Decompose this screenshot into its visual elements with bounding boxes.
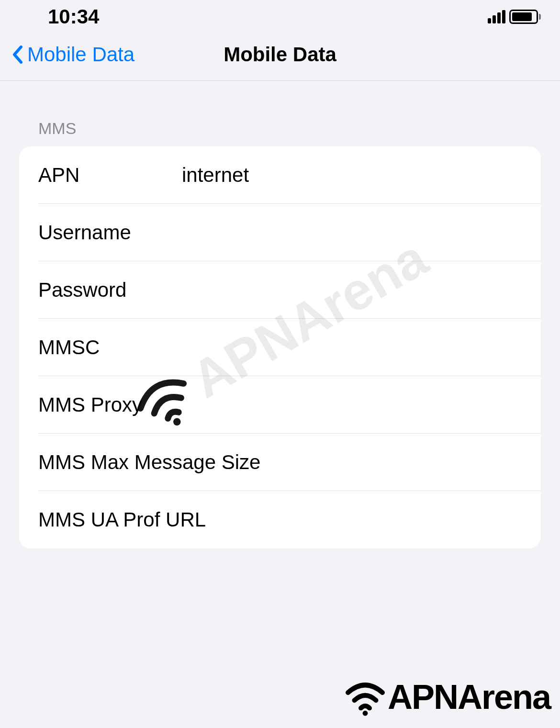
row-password[interactable]: Password <box>19 261 541 319</box>
row-label: Password <box>38 279 182 302</box>
username-input[interactable] <box>182 221 522 244</box>
mmsc-input[interactable] <box>182 336 522 359</box>
apn-input[interactable] <box>182 164 522 187</box>
row-label: MMS UA Prof URL <box>38 508 206 531</box>
page-title: Mobile Data <box>224 43 336 66</box>
chevron-left-icon <box>12 45 22 64</box>
back-button[interactable]: Mobile Data <box>12 43 134 66</box>
mms-max-size-input[interactable] <box>260 451 522 474</box>
cellular-signal-icon <box>488 10 505 23</box>
row-mmsc[interactable]: MMSC <box>19 319 541 376</box>
row-apn[interactable]: APN <box>19 146 541 204</box>
password-input[interactable] <box>182 279 522 302</box>
mms-proxy-input[interactable] <box>182 393 522 416</box>
battery-icon <box>509 10 541 24</box>
svg-point-1 <box>362 711 368 716</box>
status-indicators <box>488 10 541 24</box>
row-label: MMS Proxy <box>38 393 182 416</box>
brand-footer: APNArena <box>344 675 550 718</box>
navigation-bar: Mobile Data Mobile Data <box>0 34 560 81</box>
wifi-icon <box>344 675 387 718</box>
back-label: Mobile Data <box>27 43 134 66</box>
status-bar: 10:34 <box>0 0 560 34</box>
row-label: Username <box>38 221 182 244</box>
brand-name: APNArena <box>388 677 550 717</box>
mms-ua-prof-url-input[interactable] <box>206 508 522 531</box>
settings-group-mms: APN Username Password MMSC MMS Proxy <box>19 146 541 549</box>
row-label: MMS Max Message Size <box>38 451 260 474</box>
status-time: 10:34 <box>48 5 99 28</box>
section-header-mms: MMS <box>19 119 541 146</box>
row-label: APN <box>38 164 182 187</box>
row-mms-proxy[interactable]: MMS Proxy <box>19 376 541 434</box>
row-mms-ua-prof-url[interactable]: MMS UA Prof URL <box>19 491 541 549</box>
row-label: MMSC <box>38 336 182 359</box>
row-username[interactable]: Username <box>19 204 541 261</box>
row-mms-max-message-size[interactable]: MMS Max Message Size <box>19 434 541 491</box>
